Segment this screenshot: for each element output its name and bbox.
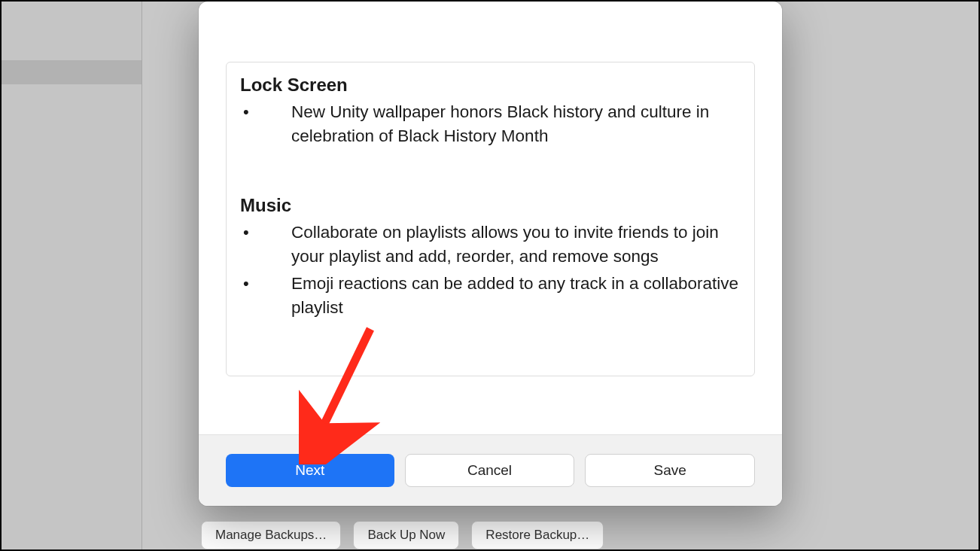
sidebar — [2, 2, 142, 549]
bullet-icon: • — [240, 272, 291, 320]
list-item: • Collaborate on playlists allows you to… — [240, 221, 741, 269]
next-button[interactable]: Next — [226, 454, 394, 487]
release-notes-scroll[interactable]: Lock Screen • New Unity wallpaper honors… — [226, 62, 755, 376]
release-notes-modal: Lock Screen • New Unity wallpaper honors… — [199, 2, 782, 506]
list-item: • Emoji reactions can be added to any tr… — [240, 272, 741, 320]
list-item-text: New Unity wallpaper honors Black history… — [291, 100, 741, 148]
bullet-icon: • — [240, 100, 291, 148]
cancel-button[interactable]: Cancel — [405, 454, 575, 487]
bullet-icon: • — [240, 221, 291, 269]
list-item-text: Emoji reactions can be added to any trac… — [291, 272, 741, 320]
manage-backups-button[interactable]: Manage Backups… — [201, 521, 341, 549]
section-title-lock-screen: Lock Screen — [240, 75, 741, 96]
back-up-now-button[interactable]: Back Up Now — [353, 521, 459, 549]
sidebar-item-selected[interactable] — [2, 60, 142, 84]
section-title-music: Music — [240, 195, 741, 216]
list-item-text: Collaborate on playlists allows you to i… — [291, 221, 741, 269]
save-button[interactable]: Save — [585, 454, 755, 487]
restore-backup-button[interactable]: Restore Backup… — [471, 521, 604, 549]
modal-footer: Next Cancel Save — [199, 435, 782, 506]
list-item: • New Unity wallpaper honors Black histo… — [240, 100, 741, 148]
backup-button-row: Manage Backups… Back Up Now Restore Back… — [201, 521, 604, 549]
sidebar-divider — [142, 2, 142, 549]
modal-content: Lock Screen • New Unity wallpaper honors… — [199, 2, 782, 434]
